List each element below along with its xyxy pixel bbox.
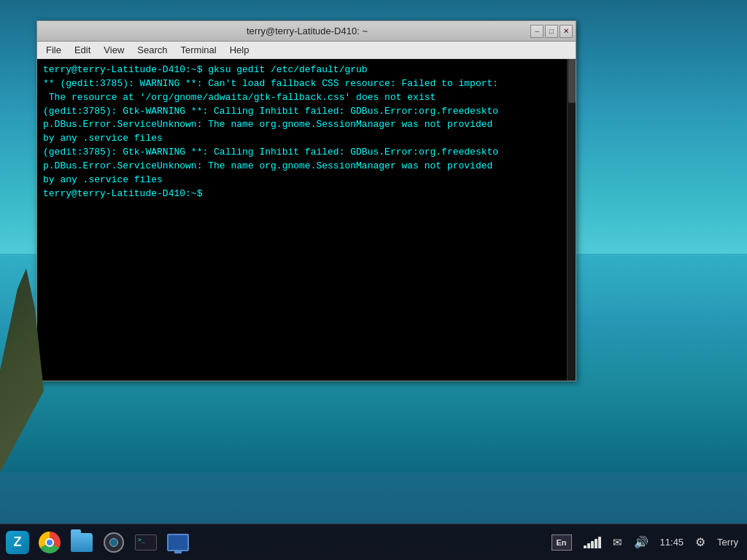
network-signal[interactable] — [581, 535, 604, 550]
display-icon — [167, 534, 189, 551]
volume-icon: 🔊 — [634, 535, 649, 549]
terminal-icon: >_ — [135, 534, 157, 551]
desktop: terry@terry-Latitude-D410: ~ – □ ✕ File … — [0, 0, 747, 560]
terminal-body: terry@terry-Latitude-D410:~$ gksu gedit … — [37, 59, 576, 381]
chrome-inner-circle — [45, 538, 54, 547]
volume-control[interactable]: 🔊 — [631, 534, 651, 551]
menu-edit[interactable]: Edit — [69, 43, 96, 57]
webcam-lens — [109, 538, 118, 547]
taskbar-icon-chrome[interactable] — [35, 528, 64, 557]
terminal-line: by any .service files — [43, 174, 570, 187]
signal-bar-2 — [587, 543, 590, 548]
signal-bar-4 — [595, 539, 597, 548]
menu-help[interactable]: Help — [224, 43, 255, 57]
user-label[interactable]: Terry — [714, 535, 741, 549]
terminal-line: by any .service files — [43, 132, 570, 146]
terminal-line: p.DBus.Error.ServiceUnknown: The name or… — [43, 118, 570, 132]
terminal-menubar: File Edit View Search Terminal Help — [37, 42, 576, 59]
terminal-line: terry@terry-Latitude-D410:~$ gksu gedit … — [43, 63, 570, 77]
menu-view[interactable]: View — [98, 43, 130, 57]
taskbar-apps: Z >_ — [3, 528, 193, 557]
signal-bars — [584, 537, 601, 548]
time-display: 11:45 — [660, 537, 684, 548]
mail-icon: ✉ — [613, 536, 622, 549]
gear-icon: ⚙ — [695, 535, 705, 549]
menu-search[interactable]: Search — [131, 43, 173, 57]
taskbar-systray: En ✉ 🔊 11:45 — [549, 533, 744, 552]
taskbar-icon-webcam[interactable] — [99, 528, 128, 557]
terminal-output[interactable]: terry@terry-Latitude-D410:~$ gksu gedit … — [37, 59, 576, 381]
signal-bar-5 — [598, 537, 601, 548]
close-button[interactable]: ✕ — [560, 25, 573, 38]
signal-bar-1 — [584, 545, 587, 548]
terminal-line: ** (gedit:3785): WARNING **: Can't load … — [43, 77, 570, 91]
terminal-scrollbar[interactable] — [567, 59, 576, 381]
keyboard-indicator: En — [551, 534, 572, 551]
terminal-line: p.DBus.Error.ServiceUnknown: The name or… — [43, 160, 570, 174]
minimize-button[interactable]: – — [530, 25, 543, 38]
terminal-line: terry@terry-Latitude-D410:~$ — [43, 187, 570, 201]
menu-file[interactable]: File — [40, 43, 67, 57]
scroll-thumb[interactable] — [568, 59, 576, 103]
chrome-icon — [39, 532, 61, 553]
terminal-titlebar: terry@terry-Latitude-D410: ~ – □ ✕ — [37, 21, 576, 42]
taskbar-icon-files[interactable] — [67, 528, 96, 557]
files-icon — [71, 533, 93, 552]
maximize-button[interactable]: □ — [545, 25, 558, 38]
terminal-icon-text: >_ — [138, 537, 145, 544]
terminal-line: (gedit:3785): Gtk-WARNING **: Calling In… — [43, 146, 570, 160]
menu-terminal[interactable]: Terminal — [175, 43, 222, 57]
terminal-line: (gedit:3785): Gtk-WARNING **: Calling In… — [43, 105, 570, 119]
signal-bar-3 — [591, 541, 594, 548]
terminal-title: terry@terry-Latitude-D410: ~ — [84, 26, 530, 36]
taskbar-icon-display[interactable] — [163, 528, 193, 557]
mail-indicator[interactable]: ✉ — [610, 534, 625, 551]
terminal-line: The resource at '/org/gnome/adwaita/gtk-… — [43, 91, 570, 105]
terminal-window: terry@terry-Latitude-D410: ~ – □ ✕ File … — [36, 20, 576, 381]
taskbar-icon-zorin-menu[interactable]: Z — [3, 528, 32, 557]
settings-button[interactable]: ⚙ — [692, 534, 708, 551]
webcam-icon — [104, 532, 124, 553]
username-display: Terry — [717, 537, 738, 548]
taskbar: Z >_ — [0, 524, 747, 560]
taskbar-icon-terminal[interactable]: >_ — [131, 528, 160, 557]
window-controls: – □ ✕ — [530, 25, 573, 38]
keyboard-layout[interactable]: En — [549, 533, 575, 552]
clock[interactable]: 11:45 — [657, 535, 687, 549]
zorin-logo: Z — [6, 531, 29, 554]
